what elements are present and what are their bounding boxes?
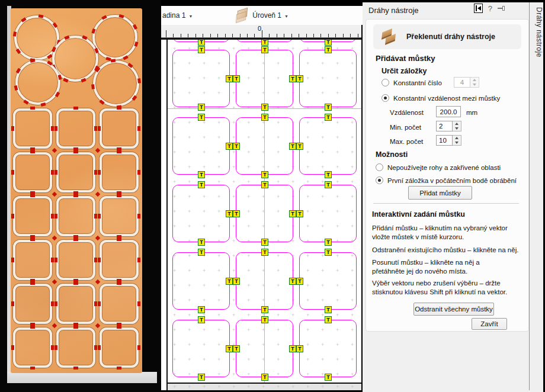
tab-marker[interactable]: T: [198, 46, 205, 53]
spinner-arrows[interactable]: [453, 121, 461, 131]
tab-marker[interactable]: T: [296, 345, 303, 352]
remove-all-bridges-button[interactable]: Odstranit všechny můstky: [413, 303, 494, 316]
ruler-tick: [240, 34, 241, 37]
tab-marker[interactable]: T: [325, 239, 332, 246]
tab-marker[interactable]: T: [233, 345, 240, 352]
vector-square[interactable]: [236, 117, 293, 175]
tab-marker[interactable]: T: [325, 374, 332, 381]
vector-square[interactable]: [172, 50, 230, 107]
tab-marker[interactable]: T: [226, 210, 233, 217]
tab-marker[interactable]: T: [198, 40, 205, 46]
tab-marker[interactable]: T: [226, 278, 233, 285]
radio-circle-checked[interactable]: [382, 94, 389, 102]
tab-marker[interactable]: T: [198, 104, 205, 111]
drawing-canvas[interactable]: ++++++++++++++++++++++++++++++++++++++++…: [168, 40, 361, 383]
tab-marker[interactable]: T: [226, 143, 233, 150]
tab-marker[interactable]: T: [325, 249, 332, 256]
vector-square[interactable]: [299, 117, 357, 175]
tab-marker[interactable]: T: [325, 316, 332, 323]
tab-marker[interactable]: T: [233, 210, 240, 217]
tab-marker[interactable]: T: [261, 306, 268, 313]
tab-marker[interactable]: T: [261, 46, 268, 53]
vector-square[interactable]: [299, 185, 357, 242]
tab-marker[interactable]: T: [226, 345, 233, 352]
cut-tab-mark: [54, 170, 57, 175]
tab-marker[interactable]: T: [325, 171, 332, 178]
tab-marker[interactable]: T: [198, 316, 205, 323]
tab-marker[interactable]: T: [289, 75, 296, 82]
tab-marker[interactable]: T: [233, 278, 240, 285]
vector-square[interactable]: [172, 252, 230, 310]
vector-square[interactable]: [172, 320, 230, 377]
vector-square[interactable]: [299, 252, 357, 310]
min-count-spinner[interactable]: [436, 121, 461, 131]
tab-marker[interactable]: T: [261, 114, 268, 121]
vector-square[interactable]: [236, 252, 293, 310]
max-count-input[interactable]: [436, 135, 453, 146]
tab-marker[interactable]: T: [198, 171, 205, 178]
radio-avoid-corners[interactable]: Nepoužívejte rohy a zakřivené oblasti: [376, 163, 501, 171]
tab-marker[interactable]: T: [261, 239, 268, 246]
cut-tab-mark: [11, 214, 14, 219]
tab-marker[interactable]: T: [198, 181, 205, 188]
min-count-input[interactable]: [436, 121, 453, 131]
layer-dropdown[interactable]: adina 1 ▼: [162, 11, 193, 20]
min-count-label: Min. počet: [390, 124, 421, 131]
grid-dot: +: [232, 179, 235, 185]
tab-marker[interactable]: T: [289, 210, 296, 217]
distance-input[interactable]: [436, 106, 461, 117]
pin-icon[interactable]: [498, 5, 506, 11]
level-dropdown[interactable]: Úroveň 1 ▼: [235, 8, 288, 23]
tab-marker[interactable]: T: [233, 143, 240, 150]
tab-toolpaths[interactable]: Dráhy nástroje: [535, 2, 543, 57]
tab-marker[interactable]: T: [296, 75, 303, 82]
tab-marker[interactable]: T: [198, 306, 205, 313]
radio-circle[interactable]: [382, 79, 389, 86]
tab-marker[interactable]: T: [198, 249, 205, 256]
cut-tab-mark: [11, 301, 14, 306]
help-icon[interactable]: ?: [488, 4, 492, 13]
radio-constant-distance[interactable]: Konstantní vzdálenost mezi můstky: [382, 94, 500, 102]
max-count-spinner[interactable]: [436, 135, 461, 146]
radio-circle-checked[interactable]: [376, 176, 383, 184]
tab-marker[interactable]: T: [325, 181, 332, 188]
tab-marker[interactable]: T: [325, 104, 332, 111]
tab-marker[interactable]: T: [198, 239, 205, 246]
vector-square[interactable]: [172, 117, 230, 175]
tab-marker[interactable]: T: [226, 75, 233, 82]
tab-marker[interactable]: T: [198, 374, 205, 381]
canvas-top-border: [161, 0, 363, 6]
tab-marker[interactable]: T: [296, 210, 303, 217]
tab-marker[interactable]: T: [261, 104, 268, 111]
tab-marker[interactable]: T: [261, 374, 268, 381]
collapse-panel-icon[interactable]: [474, 4, 483, 13]
tab-marker[interactable]: T: [289, 345, 296, 352]
tab-marker[interactable]: T: [289, 278, 296, 285]
radio-circle[interactable]: [376, 163, 383, 171]
tab-marker[interactable]: T: [296, 143, 303, 150]
tab-marker[interactable]: T: [261, 316, 268, 323]
vector-square[interactable]: [236, 320, 293, 377]
close-button[interactable]: Zavřít: [472, 318, 507, 330]
tab-marker[interactable]: T: [261, 40, 268, 46]
tab-marker[interactable]: T: [261, 249, 268, 256]
radio-constant-number[interactable]: Konstantní číslo: [382, 79, 442, 86]
tab-marker[interactable]: T: [325, 306, 332, 313]
tab-marker[interactable]: T: [325, 40, 332, 46]
tab-marker[interactable]: T: [296, 278, 303, 285]
vector-square[interactable]: [236, 185, 293, 242]
tab-marker[interactable]: T: [325, 46, 332, 53]
tab-marker[interactable]: T: [233, 75, 240, 82]
vector-square[interactable]: [299, 320, 357, 377]
tab-marker[interactable]: T: [325, 114, 332, 121]
tab-marker[interactable]: T: [289, 143, 296, 150]
vector-square[interactable]: [299, 50, 357, 107]
vector-square[interactable]: [236, 50, 293, 107]
spinner-arrows[interactable]: [453, 135, 461, 146]
tab-marker[interactable]: T: [198, 114, 205, 121]
radio-first-tab[interactable]: První záložka v počátečním bodě obrábění: [376, 176, 517, 184]
tab-marker[interactable]: T: [261, 171, 268, 178]
add-bridges-button[interactable]: Přidat můstky: [408, 186, 472, 200]
tab-marker[interactable]: T: [261, 181, 268, 188]
vector-square[interactable]: [172, 185, 230, 242]
